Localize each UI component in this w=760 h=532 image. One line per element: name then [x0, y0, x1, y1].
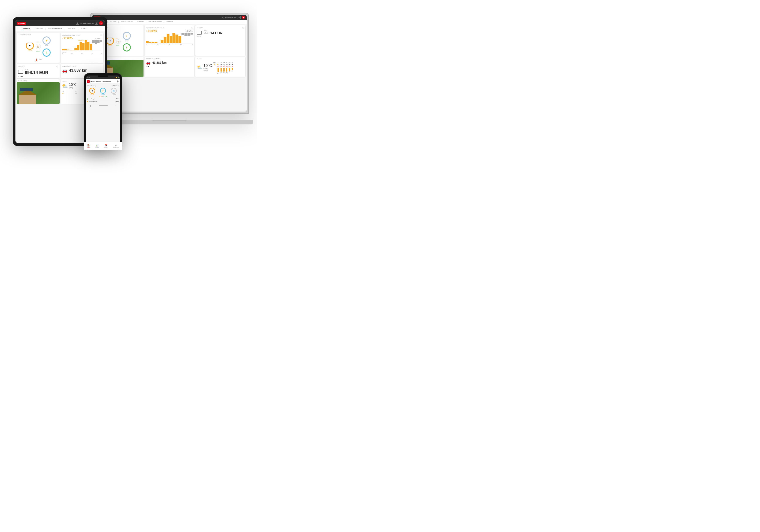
phone-nav-historie[interactable]: 📊 Historie: [95, 144, 99, 148]
tablet-wind: ≈ 3,8 m/s: [69, 88, 77, 89]
tablet-co2-title: CO₂ SAVINGS TOTAL: [62, 66, 102, 67]
laptop-solar-ring: ☀: [106, 37, 114, 45]
tablet-peak-label: 2.54 kW: [78, 40, 84, 41]
tablet-home-icon: 🏠: [36, 44, 41, 49]
tablet-battery-ring: 🔋: [42, 48, 51, 57]
laptop-nav-energy[interactable]: ENERGY BALANCE: [121, 21, 133, 23]
phone-content: Aktuelle Leistung ⓘ 20 °C ☀ ☀ 2,91 kW: [86, 84, 120, 104]
phone-bottom-nav: 🏠 Aktuell 📊 Historie 📅 Erträge ⚙ Einstel…: [86, 142, 120, 148]
laptop-flow-dots-2: [116, 45, 120, 45]
phone-eigenverbrauch-value: 100 %: [116, 101, 119, 102]
laptop-earning-label: Total: [204, 30, 222, 31]
phone-settings-icon[interactable]: ⚙: [117, 80, 119, 83]
tablet-grid-ring: ⚡: [42, 36, 51, 45]
phone-home-bar: ||| ‹: [86, 104, 120, 108]
laptop-energy-up: ↑ 4.48 kWh: [146, 30, 157, 32]
phone-grid-ring: ⚡: [100, 88, 106, 94]
phone-nav-aktuell[interactable]: 🏠 Aktuell: [87, 144, 90, 148]
phone-wind-value: 0,00 kW: [112, 94, 116, 95]
phone-body: 12:46 📶 🔋 F Fronius Ohmpilot & yield for…: [84, 73, 122, 150]
laptop-user-icon[interactable]: ▲: [242, 16, 245, 19]
tablet-solar-value: 4.52 kW: [28, 50, 32, 52]
laptop-header: Fronius ⊞ Product registration ⊞ ▲: [92, 15, 247, 20]
phone-device: 12:46 📶 🔋 F Fronius Ohmpilot & yield for…: [84, 73, 122, 150]
phone-power-row: ☀ 2,91 kW ⚡ 2,91 kW 💨 0,00: [87, 88, 119, 95]
phone-notch: [98, 75, 108, 77]
tablet-header-right: ⊞ Product registration ⊞ ▲: [76, 21, 103, 25]
tablet-grid-value: 200 W: [45, 45, 48, 46]
tablet-fronius-logo: Fronius: [17, 22, 26, 25]
tablet-nav-analysis[interactable]: ANALYSIS: [36, 27, 43, 30]
laptop-nav-service[interactable]: SERVICE MESSAGES: [148, 21, 162, 23]
laptop-nav-settings[interactable]: SETTINGS: [166, 21, 173, 23]
laptop-wallet-icon: [197, 31, 202, 34]
tablet-current-power-card: CURRENT POWER ☀ 4.52 kW: [17, 32, 60, 63]
phone-nav-einstellungen[interactable]: ⚙ Einstellungen: [113, 144, 119, 148]
laptop-temp: 10°C: [203, 64, 212, 68]
phone-solar-item: ☀ 2,91 kW: [89, 88, 95, 95]
laptop-nav: ← OVERVIEW | ANALYSIS | ENERGY BALANCE |…: [92, 20, 247, 24]
phone-app-header: F Fronius Ohmpilot & yield forecast ⚙: [86, 79, 120, 84]
laptop-dashboard: CURRENT POWER ☀ 4.52 kW: [92, 24, 247, 79]
tablet-earning-dots: [18, 76, 58, 77]
tablet-user-icon[interactable]: ▲: [99, 21, 103, 25]
phone-section-title: Aktuelle Leistung ⓘ 20 °C ☀: [87, 84, 119, 87]
laptop-earning-title: EARNING ⓘ: [197, 26, 244, 29]
phone-wind-item: 💨 0,00 kW: [111, 88, 117, 95]
tablet-earning-card: EARNING ⓘ Total 998.14 EUR: [17, 64, 60, 78]
laptop-co2-value: 43,887 km: [152, 61, 167, 64]
tablet-energy-balance-card: ENERGY BALANCE TODAY ⓘ ↑ 9.19 kWh 3.73 k…: [61, 32, 104, 63]
laptop-forecast: today ⛅ Th ⛅ 28° 26°: [214, 62, 244, 74]
phone-wind-ring: 💨: [111, 88, 117, 94]
laptop-grid-ring: ⚡: [123, 32, 131, 40]
phone-status-icons: 📶 🔋: [116, 77, 119, 78]
laptop-bar-chart: [146, 33, 193, 44]
laptop-co2-card: CO2 SAVINGS TOTAL 🚗 43,887 km: [145, 57, 195, 77]
phone-nav-ertrage[interactable]: 📅 Erträge: [105, 144, 108, 148]
tablet-emily-card: EMILY SMITH: [17, 79, 60, 104]
laptop-nav-analysis[interactable]: ANALYSIS: [110, 21, 116, 23]
tablet-grid-icon[interactable]: ⊞: [95, 22, 98, 25]
tablet-product-reg[interactable]: Product registration: [80, 23, 94, 24]
phone-app-logo: F: [87, 80, 90, 83]
tablet-wallet-icon: [18, 70, 23, 74]
laptop-battery-ring: 🔋: [123, 43, 131, 52]
laptop-flow-dots-1: [116, 38, 120, 38]
tablet-screen-icon: ⊞: [76, 22, 79, 25]
tablet-nav-more[interactable]: MORE ▾: [81, 27, 86, 30]
laptop-co2-dots: [146, 66, 193, 67]
laptop-earning-dots: [197, 36, 244, 37]
laptop-home-icon: 🏠: [116, 39, 120, 44]
phone-solar-value: 2,91 kW: [90, 94, 94, 95]
laptop-co2-title: CO2 SAVINGS TOTAL: [146, 58, 193, 59]
laptop-earning-card: EARNING ⓘ Total 998.14 EUR: [195, 25, 245, 56]
tablet-co2-value: 43,887 km: [69, 68, 87, 73]
laptop-nav-reports[interactable]: REPORTS: [137, 21, 144, 23]
tablet-temp: 10°C: [69, 83, 77, 87]
phone-sun-icon: ☀: [117, 84, 119, 87]
laptop-earning-value: 998.14 EUR: [204, 31, 222, 35]
tablet-nav-reports[interactable]: REPORTS: [68, 27, 75, 30]
tablet-solar-ring: ☀: [26, 42, 34, 50]
laptop-energy-balance-card: ENERGY BALANCE TODAY ⓘ ↑ 4.48 kWh 3.69 k…: [145, 25, 195, 56]
tablet-energy-up: ↑ 9.19 kWh: [62, 37, 73, 39]
tablet-nav-back[interactable]: ←: [17, 27, 19, 30]
laptop-product-reg[interactable]: Product registration: [225, 17, 236, 18]
phone-eigenverbrauch-row: Eigenverbrauch 100 %: [87, 100, 119, 103]
phone-flow-dots: [87, 96, 119, 97]
laptop-weather-location: TAREE: [197, 58, 244, 59]
phone-solar-ring: ☀: [89, 88, 95, 94]
laptop-header-right: ⊞ Product registration ⊞ ▲: [221, 16, 245, 19]
tablet-nav-energy[interactable]: ENERGY BALANCE: [48, 27, 62, 30]
laptop-grid-icon[interactable]: ⊞: [238, 16, 241, 19]
laptop-forecast-today: today ⛅: [214, 62, 216, 74]
tablet-tower-icon: 🗼 50 kW: [34, 58, 42, 61]
phone-grid-value: 2,91 kW: [101, 94, 105, 95]
phone-autarkie-value: 99 %: [116, 98, 119, 100]
phone-autarkie-row: Autarkiegrad 99 %: [87, 98, 119, 100]
tablet-bar-chart: [62, 40, 102, 51]
phone-temp: 20 °C: [113, 85, 117, 86]
tablet-nav-overview[interactable]: OVERVIEW: [22, 27, 30, 30]
phone-grid-item: ⚡ 2,91 kW: [100, 88, 106, 95]
tablet-chart-labels: 0h 06h 12h 18h 0h: [62, 53, 102, 55]
